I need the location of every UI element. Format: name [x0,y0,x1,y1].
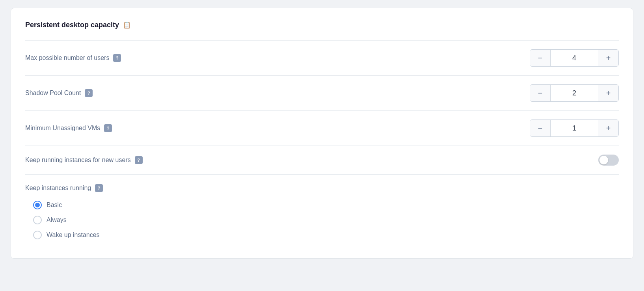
min-unassigned-stepper: − + [530,119,619,137]
max-users-value[interactable] [551,54,598,62]
keep-instances-help-icon[interactable]: ? [95,184,103,192]
radio-label-basic: Basic [47,201,62,209]
section-title: Persistent desktop capacity [25,21,119,29]
keep-instances-text: Keep instances running [25,185,91,192]
max-users-label: Max possible number of users ? [25,54,121,62]
keep-running-new-label: Keep running instances for new users ? [25,156,143,164]
keep-running-new-help-icon[interactable]: ? [135,156,143,164]
radio-option-basic[interactable]: Basic [33,201,619,209]
min-unassigned-text: Minimum Unassigned VMs [25,125,100,132]
persistent-desktop-capacity-card: Persistent desktop capacity 📋 Max possib… [11,8,633,259]
min-unassigned-help-icon[interactable]: ? [104,124,112,132]
max-users-increment-button[interactable]: + [598,50,618,66]
min-unassigned-row: Minimum Unassigned VMs ? − + [25,111,619,146]
keep-running-new-toggle[interactable] [598,155,619,166]
min-unassigned-increment-button[interactable]: + [598,120,618,136]
min-unassigned-value[interactable] [551,124,598,132]
radio-circle-wakeup [33,231,42,239]
radio-label-always: Always [47,216,67,224]
radio-option-always[interactable]: Always [33,216,619,224]
max-users-decrement-button[interactable]: − [530,50,551,66]
keep-running-new-row: Keep running instances for new users ? [25,146,619,175]
toggle-thumb [599,156,608,164]
min-unassigned-label: Minimum Unassigned VMs ? [25,124,112,132]
shadow-pool-row: Shadow Pool Count ? − + [25,76,619,111]
shadow-pool-help-icon[interactable]: ? [85,89,93,97]
radio-label-wakeup: Wake up instances [47,231,100,239]
keep-running-new-text: Keep running instances for new users [25,157,131,164]
shadow-pool-stepper: − + [530,84,619,102]
keep-running-new-toggle-container [598,155,619,166]
max-users-stepper: − + [530,49,619,67]
section-header: Persistent desktop capacity 📋 [25,21,619,29]
radio-option-wakeup[interactable]: Wake up instances [33,231,619,239]
keep-instances-section: Keep instances running ? Basic Always Wa… [25,175,619,242]
shadow-pool-decrement-button[interactable]: − [530,85,551,101]
radio-circle-always [33,216,42,224]
max-users-text: Max possible number of users [25,54,109,62]
shadow-pool-text: Shadow Pool Count [25,90,81,97]
shadow-pool-value[interactable] [551,89,598,97]
shadow-pool-label: Shadow Pool Count ? [25,89,93,97]
max-users-help-icon[interactable]: ? [113,54,121,62]
max-users-row: Max possible number of users ? − + [25,41,619,76]
keep-instances-label: Keep instances running ? [25,184,619,192]
min-unassigned-decrement-button[interactable]: − [530,120,551,136]
document-icon: 📋 [123,21,131,29]
keep-instances-radio-group: Basic Always Wake up instances [25,201,619,239]
shadow-pool-increment-button[interactable]: + [598,85,618,101]
radio-circle-basic [33,201,42,209]
